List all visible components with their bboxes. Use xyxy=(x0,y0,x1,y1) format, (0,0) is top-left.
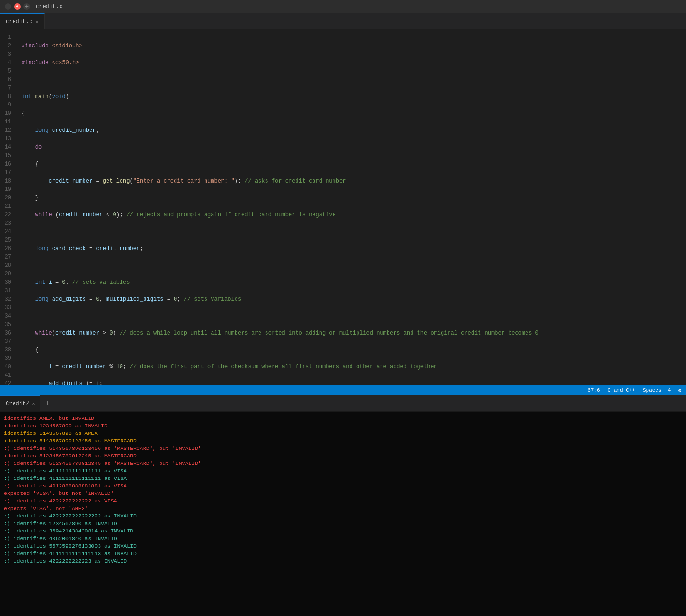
language-mode[interactable]: C and C++ xyxy=(608,388,635,393)
window-controls[interactable]: ● + xyxy=(5,3,30,10)
term-line-13: expects 'VISA', not 'AMEX' xyxy=(4,505,682,512)
term-line-5: :( identifies 5143567890123456 as 'MASTE… xyxy=(4,445,682,452)
terminal-output: identifies AMEX, but INVALID identifies … xyxy=(0,412,686,616)
term-line-6: identifies 5123456789012345 as MASTERCAR… xyxy=(4,452,682,460)
code-area[interactable]: #include <stdio.h> #include <cs50.h> int… xyxy=(17,30,686,385)
term-line-11: expected 'VISA', but not 'INVALID' xyxy=(4,490,682,497)
term-line-16: :) identifies 369421438430814 as INVALID xyxy=(4,527,682,535)
settings-icon[interactable]: ⚙ xyxy=(678,388,681,394)
term-line-12: :( identifies 4222222222222 as VISA xyxy=(4,497,682,505)
term-line-3: identifies 5143567890 as AMEX xyxy=(4,430,682,437)
tab-label: credit.c xyxy=(6,18,33,25)
term-line-7: :( identifies 5123456789012345 as 'MASTE… xyxy=(4,460,682,467)
bottom-panel: Credit/ ✕ + identifies AMEX, but INVALID… xyxy=(0,395,686,616)
new-terminal-button[interactable]: + xyxy=(40,395,54,411)
term-line-18: :) identifies 5673598276133003 as INVALI… xyxy=(4,542,682,550)
term-line-8: :) identifies 4111111111111111 as VISA xyxy=(4,467,682,475)
terminal-tab-close[interactable]: ✕ xyxy=(32,401,35,407)
new-tab-titlebar-button[interactable]: + xyxy=(23,3,30,10)
code-editor: 12345 678910 1112131415 1617181920 21222… xyxy=(0,30,686,385)
line-numbers: 12345 678910 1112131415 1617181920 21222… xyxy=(0,30,17,385)
tab-close-button[interactable]: ✕ xyxy=(36,19,38,24)
cursor-position: 67:6 xyxy=(587,388,600,393)
spaces-setting[interactable]: Spaces: 4 xyxy=(643,388,671,393)
bottom-tab-bar: Credit/ ✕ + xyxy=(0,395,686,412)
terminal-tab-label: Credit/ xyxy=(6,401,29,407)
term-line-17: :) identifies 4062001840 as INVALID xyxy=(4,535,682,542)
editor-tab-bar: credit.c ✕ xyxy=(0,13,686,30)
terminal-tab-credit[interactable]: Credit/ ✕ xyxy=(0,395,40,411)
term-line-9: :) identifies 4111111111111111 as VISA xyxy=(4,475,682,482)
term-line-10: :( identifies 4012888888881881 as VISA xyxy=(4,482,682,490)
term-line-1: identifies AMEX, but INVALID xyxy=(4,415,682,422)
title-bar: ● + credit.c xyxy=(0,0,686,13)
term-line-4: identifies 5143567890123456 as MASTERCAR… xyxy=(4,437,682,445)
term-line-19: :) identifies 4111111111111113 as INVALI… xyxy=(4,550,682,557)
status-bar: 67:6 C and C++ Spaces: 4 ⚙ xyxy=(0,385,686,395)
term-line-2: identifies 1234567890 as INVALID xyxy=(4,422,682,430)
close-button[interactable]: ● xyxy=(14,3,21,10)
term-line-14: :) identifies 4222222222222222 as INVALI… xyxy=(4,512,682,520)
term-line-20: :) identifies 4222222222223 as INVALID xyxy=(4,557,682,565)
window-title: credit.c xyxy=(36,3,63,10)
minimize-button[interactable] xyxy=(5,3,11,10)
term-line-15: :) identifies 1234567890 as INVALID xyxy=(4,520,682,527)
tab-credit-c[interactable]: credit.c ✕ xyxy=(0,13,45,29)
